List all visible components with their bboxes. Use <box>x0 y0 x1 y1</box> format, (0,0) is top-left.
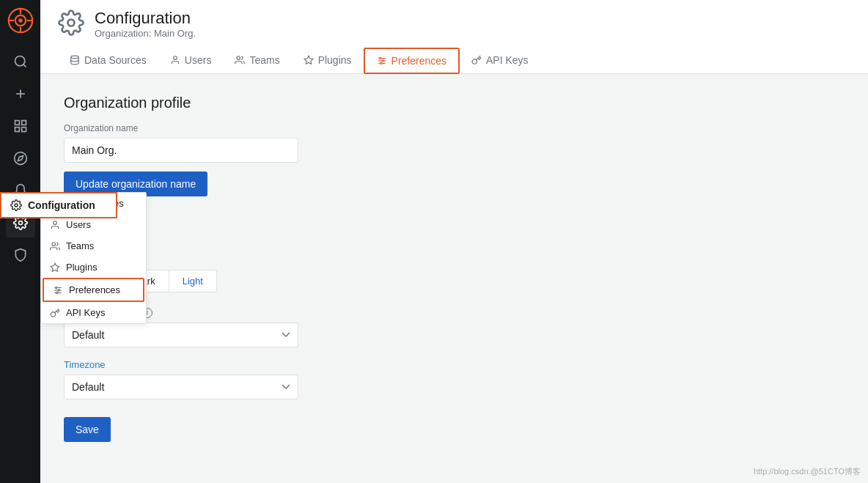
svg-point-26 <box>56 292 58 293</box>
svg-point-25 <box>58 289 59 290</box>
tab-preferences[interactable]: Preferences <box>364 48 460 74</box>
tab-database-icon <box>70 55 80 65</box>
sidebar-icon-shield[interactable] <box>6 240 35 270</box>
svg-point-36 <box>380 63 381 64</box>
svg-point-7 <box>15 56 24 66</box>
tab-datasources-label: Data Sources <box>84 54 147 66</box>
preferences-section: Preferences UI Theme Default Dark Light … <box>64 217 845 442</box>
svg-marker-15 <box>18 155 23 161</box>
tab-preferences-icon <box>377 56 387 66</box>
svg-point-29 <box>173 56 177 60</box>
home-dashboard-label: Home Dashboard i <box>64 307 845 318</box>
svg-point-6 <box>18 18 22 22</box>
submenu-item-apikeys[interactable]: API Keys <box>41 302 146 323</box>
svg-point-28 <box>71 56 79 59</box>
tab-plugin-icon <box>304 55 314 65</box>
sidebar-icon-add[interactable] <box>6 79 35 108</box>
home-dashboard-select[interactable]: Default <box>64 322 298 347</box>
tab-teams-label: Teams <box>249 54 279 66</box>
svg-point-14 <box>14 152 26 165</box>
tab-key-icon <box>471 55 482 65</box>
key-icon <box>50 308 60 318</box>
timezone-label-text: Timezone <box>64 359 106 370</box>
tab-teams[interactable]: Teams <box>223 48 291 74</box>
svg-rect-13 <box>21 128 26 132</box>
submenu-plugins-label: Plugins <box>66 262 98 273</box>
submenu-item-preferences[interactable]: Preferences <box>43 278 144 302</box>
tab-team-icon <box>235 55 245 65</box>
submenu-apikeys-label: API Keys <box>66 307 105 318</box>
save-button[interactable]: Save <box>64 417 111 442</box>
timezone-select[interactable]: Default <box>64 375 298 399</box>
home-dashboard-field: Home Dashboard i Default <box>64 307 845 347</box>
team-icon <box>50 241 60 251</box>
page-title: Configuration <box>95 9 196 28</box>
svg-point-34 <box>379 58 380 59</box>
tab-apikeys[interactable]: API Keys <box>460 48 540 74</box>
svg-point-17 <box>15 204 18 207</box>
submenu-item-plugins[interactable]: Plugins <box>41 257 146 278</box>
preferences-title: Preferences <box>64 217 845 234</box>
header-text: Configuration Organization: Main Org. <box>95 9 196 39</box>
tab-plugins-label: Plugins <box>318 54 352 66</box>
preferences-icon <box>53 285 63 295</box>
tab-user-icon <box>170 55 180 65</box>
configuration-label: Configuration <box>28 199 95 211</box>
tab-plugins[interactable]: Plugins <box>292 48 364 74</box>
svg-point-35 <box>382 60 383 62</box>
svg-point-19 <box>54 221 57 224</box>
org-profile-section: Organization profile Organization name U… <box>64 95 845 196</box>
top-header: Configuration Organization: Main Org. Da… <box>40 0 868 74</box>
svg-rect-12 <box>15 128 19 132</box>
gear-icon <box>10 199 22 211</box>
svg-point-24 <box>56 287 57 288</box>
org-name-label: Organization name <box>64 123 845 133</box>
config-header-icon <box>58 10 84 38</box>
submenu-users-label: Users <box>66 219 91 230</box>
tab-users[interactable]: Users <box>158 48 224 74</box>
sidebar-icon-dashboards[interactable] <box>6 111 35 141</box>
org-name-input[interactable] <box>64 138 298 163</box>
page-subtitle: Organization: Main Org. <box>95 28 196 39</box>
tab-apikeys-label: API Keys <box>486 54 529 66</box>
org-profile-title: Organization profile <box>64 95 845 111</box>
timezone-field: Timezone Default <box>64 359 845 399</box>
timezone-label: Timezone <box>64 359 845 370</box>
theme-buttons-group: Default Dark Light <box>64 270 845 292</box>
submenu-item-teams[interactable]: Teams <box>41 235 146 257</box>
configuration-sidebar-item[interactable]: Configuration <box>0 192 117 218</box>
svg-point-20 <box>52 242 56 246</box>
tab-users-label: Users <box>185 54 212 66</box>
svg-point-27 <box>68 20 75 26</box>
svg-point-30 <box>237 56 240 60</box>
watermark: http://blog.csdn.@51CTO博客 <box>754 466 861 477</box>
svg-rect-11 <box>21 121 26 125</box>
submenu-teams-label: Teams <box>66 240 94 251</box>
app-logo[interactable] <box>7 7 34 34</box>
user-icon <box>50 220 60 230</box>
tab-datasources[interactable]: Data Sources <box>58 48 158 74</box>
submenu-preferences-label: Preferences <box>69 284 120 295</box>
sidebar-icon-search[interactable] <box>6 47 35 76</box>
theme-light-button[interactable]: Light <box>169 270 217 292</box>
main-area: Configuration Organization: Main Org. Da… <box>40 0 868 483</box>
plugin-icon <box>50 262 60 273</box>
content-area: Organization profile Organization name U… <box>40 74 868 483</box>
svg-rect-10 <box>15 121 19 125</box>
tab-preferences-label: Preferences <box>391 55 446 67</box>
sidebar-icon-explore[interactable] <box>6 144 35 173</box>
tab-bar: Data Sources Users Teams Plugins Prefere… <box>58 48 850 73</box>
sidebar <box>0 0 40 483</box>
svg-point-16 <box>18 221 22 225</box>
